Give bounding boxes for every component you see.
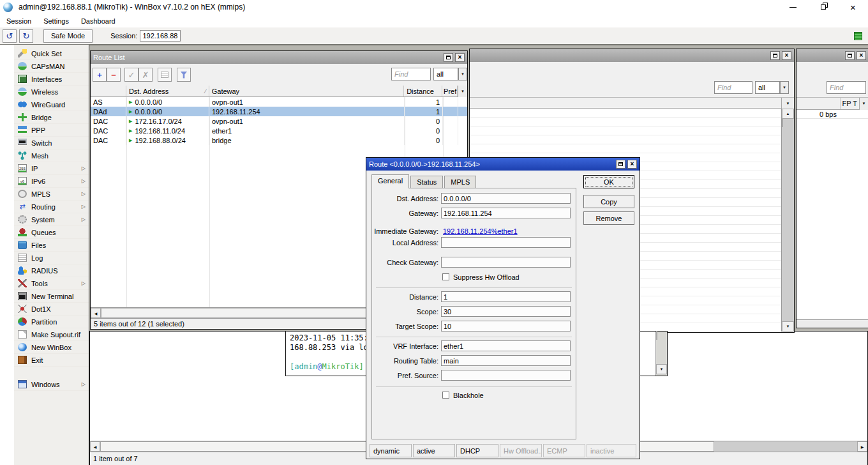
sidebar-item-new-terminal[interactable]: New Terminal: [14, 290, 89, 303]
ok-button[interactable]: OK: [583, 175, 634, 188]
sidebar-item-routing[interactable]: ⇄Routing▷: [14, 201, 89, 213]
add-route-button[interactable]: +: [93, 68, 107, 82]
sidebar-item-mpls[interactable]: MPLS▷: [14, 188, 89, 201]
scroll-thumb[interactable]: [782, 118, 783, 127]
column-gateway[interactable]: Gateway: [209, 86, 404, 96]
check-gateway-input[interactable]: [441, 257, 571, 268]
sidebar-item-system[interactable]: System▷: [14, 213, 89, 226]
maximize-button[interactable]: [616, 160, 625, 169]
vertical-scrollbar[interactable]: ▲ ▼: [781, 109, 794, 332]
local-address-input[interactable]: [441, 237, 571, 248]
terminal-vscrollbar[interactable]: ▼: [655, 332, 667, 376]
scroll-track[interactable]: [714, 441, 857, 452]
sidebar-item-dot1x[interactable]: Dot1X: [14, 303, 89, 316]
tab-status[interactable]: Status: [410, 176, 443, 188]
sidebar-item-switch[interactable]: Switch: [14, 137, 89, 149]
scroll-down-button[interactable]: ▼: [656, 364, 667, 374]
immediate-gateway-link[interactable]: 192.168.11.254%ether1: [441, 227, 518, 235]
sidebar-item-ppp[interactable]: PPP: [14, 124, 89, 137]
column-flags[interactable]: [91, 86, 126, 96]
sidebar-item-log[interactable]: Log: [14, 252, 89, 264]
table-row[interactable]: 0 bps: [797, 110, 868, 119]
tab-mpls[interactable]: MPLS: [444, 176, 476, 188]
remove-button[interactable]: Remove: [583, 211, 634, 225]
scroll-thumb[interactable]: [656, 331, 657, 340]
pref-source-input[interactable]: [441, 370, 571, 381]
sidebar-item-quick-set[interactable]: Quick Set: [14, 47, 89, 60]
maximize-button[interactable]: [444, 53, 453, 62]
suppress-hw-offload-checkbox[interactable]: [442, 273, 449, 280]
filter-dropdown-button[interactable]: ▼: [458, 68, 467, 80]
vrf-interface-input[interactable]: [441, 340, 571, 351]
disable-button[interactable]: ✗: [138, 68, 153, 82]
close-button[interactable]: ×: [838, 0, 868, 14]
copy-button[interactable]: Copy: [583, 195, 634, 208]
route-row[interactable]: DAC ▶192.168.11.0/24 ether1 0: [91, 126, 467, 135]
menu-session[interactable]: Session: [5, 16, 33, 26]
maximize-button[interactable]: [770, 51, 780, 60]
menu-dashboard[interactable]: Dashboard: [80, 16, 117, 26]
column-dst-address[interactable]: Dst. Address∕: [126, 86, 209, 96]
close-button[interactable]: ×: [857, 51, 866, 60]
sidebar-item-make-supout[interactable]: Make Supout.rif: [14, 328, 89, 341]
blackhole-checkbox[interactable]: [442, 392, 449, 399]
scroll-right-button[interactable]: ▶: [857, 441, 867, 452]
comment-button[interactable]: [158, 68, 172, 82]
minimize-button[interactable]: [778, 0, 808, 14]
sidebar-item-interfaces[interactable]: Interfaces: [14, 73, 89, 86]
sidebar-item-wireless[interactable]: Wireless: [14, 86, 89, 98]
scroll-up-button[interactable]: ▲: [782, 109, 794, 119]
route-row[interactable]: DAC ▶172.16.17.0/24 ovpn-out1 0: [91, 116, 467, 126]
column-fp-tx[interactable]: FP T: [840, 98, 859, 109]
sidebar-item-partition[interactable]: Partition: [14, 316, 89, 328]
remove-route-button[interactable]: −: [107, 68, 121, 82]
find-input[interactable]: [391, 68, 431, 80]
routing-table-input[interactable]: [441, 355, 571, 366]
background-window-titlebar[interactable]: ×: [470, 49, 794, 62]
find-input[interactable]: [714, 81, 752, 94]
scope-input[interactable]: [441, 306, 571, 317]
session-input[interactable]: [140, 30, 181, 42]
column-distance[interactable]: Distance: [404, 86, 442, 96]
close-button[interactable]: ×: [782, 51, 791, 60]
column-pref[interactable]: Pref.: [442, 86, 458, 96]
column-menu-button[interactable]: ▼: [781, 98, 794, 109]
filter-combo[interactable]: all: [755, 81, 780, 94]
enable-button[interactable]: ✓: [124, 68, 138, 82]
sidebar-item-capsman[interactable]: CAPsMAN: [14, 60, 89, 73]
scroll-left-button[interactable]: ◀: [90, 441, 100, 452]
undo-button[interactable]: ↺: [3, 29, 17, 43]
route-row[interactable]: DAC ▶192.168.88.0/24 bridge 0: [91, 135, 467, 145]
sidebar-item-tools[interactable]: Tools▷: [14, 277, 89, 290]
sidebar-item-ip[interactable]: 255IP▷: [14, 162, 89, 175]
scroll-down-button[interactable]: ▼: [782, 321, 794, 332]
distance-input[interactable]: [441, 291, 571, 302]
sidebar-item-mesh[interactable]: Mesh: [14, 149, 89, 162]
sidebar-item-files[interactable]: Files: [14, 239, 89, 252]
route-row[interactable]: AS ▶0.0.0.0/0 ovpn-out1 1: [91, 97, 467, 107]
target-scope-input[interactable]: [441, 321, 571, 332]
route-list-titlebar[interactable]: Route List ×: [91, 51, 467, 64]
dst-address-input[interactable]: [441, 193, 571, 204]
sidebar-item-ipv6[interactable]: v6IPv6▷: [14, 175, 89, 188]
column-menu-button[interactable]: ▼: [859, 98, 868, 110]
tab-general[interactable]: General: [371, 174, 409, 188]
close-button[interactable]: ×: [627, 160, 637, 169]
traffic-window-titlebar[interactable]: ×: [797, 49, 868, 62]
sidebar-item-wireguard[interactable]: WireGuard: [14, 98, 89, 111]
scroll-left-button[interactable]: ◀: [91, 308, 101, 318]
column-menu-button[interactable]: ▼: [458, 86, 467, 97]
sidebar-item-bridge[interactable]: Bridge: [14, 111, 89, 124]
sidebar-item-windows[interactable]: Windows▷: [14, 378, 89, 391]
filter-button[interactable]: [177, 68, 191, 82]
menu-settings[interactable]: Settings: [42, 16, 70, 26]
route-dialog-titlebar[interactable]: Route <0.0.0.0/0->192.168.11.254> ×: [366, 158, 640, 171]
filter-combo[interactable]: all: [433, 68, 458, 80]
redo-button[interactable]: ↻: [19, 29, 33, 43]
restore-button[interactable]: [808, 0, 838, 14]
sidebar-item-queues[interactable]: Queues: [14, 226, 89, 239]
maximize-button[interactable]: [845, 51, 855, 60]
safe-mode-button[interactable]: Safe Mode: [43, 29, 93, 43]
route-row-selected[interactable]: DAd ▶0.0.0.0/0 192.168.11.254 1: [91, 107, 467, 116]
close-button[interactable]: ×: [455, 53, 465, 62]
